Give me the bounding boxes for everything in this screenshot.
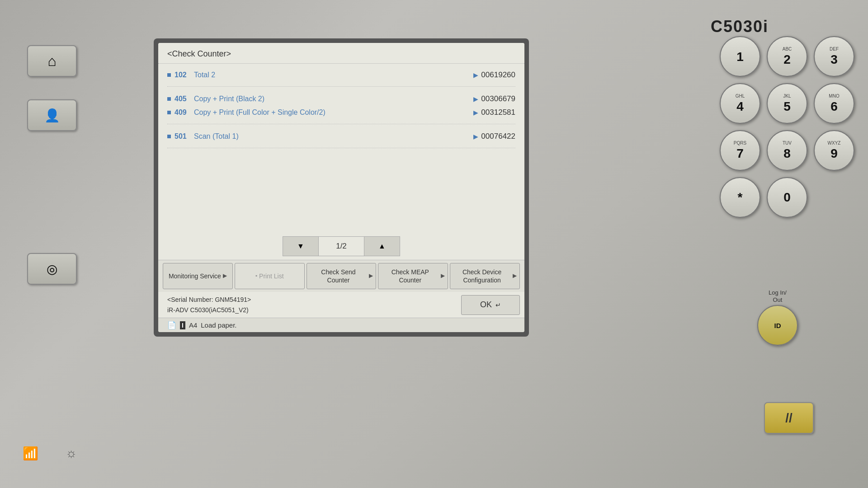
key-7-number: 7	[736, 146, 744, 161]
lcd-screen: <Check Counter> 102 Total 2 ▶ 00619260	[158, 43, 524, 332]
monitoring-service-button[interactable]: Monitoring Service ▶	[163, 263, 233, 289]
scan-button[interactable]: ◎	[27, 253, 77, 285]
paper-size: A4	[189, 321, 197, 329]
user-button[interactable]: 👤	[27, 99, 77, 131]
bullet	[167, 73, 171, 77]
serial-section: <Serial Number: GNM54191> iR-ADV C5030(i…	[158, 292, 457, 318]
model-info: iR-ADV C5030(iAC5051_V2)	[167, 305, 448, 315]
counter-label-501: Scan (Total 1)	[194, 132, 239, 141]
counter-group-copy-print: 405 Copy + Print (Black 2) ▶ 00306679 40…	[167, 92, 515, 124]
key-5[interactable]: JKL 5	[767, 83, 807, 124]
status-indicator: I	[180, 321, 185, 329]
counter-value-501: 00076422	[481, 132, 515, 141]
counter-value-405: 00306679	[481, 94, 515, 103]
key-3[interactable]: DEF 3	[814, 36, 854, 77]
login-area: Log In/Out ID	[757, 289, 798, 346]
counter-group-scan: 501 Scan (Total 1) ▶ 00076422	[167, 130, 515, 148]
slash-icon: //	[785, 411, 793, 425]
arrow-405: ▶	[473, 95, 478, 103]
home-icon: ⌂	[47, 53, 56, 70]
slash-button[interactable]: //	[764, 402, 814, 434]
key-4[interactable]: GHL 4	[720, 83, 760, 124]
scan-icon: ◎	[47, 262, 57, 277]
counter-group-total: 102 Total 2 ▶ 00619260	[167, 68, 515, 87]
screen-title: <Check Counter>	[158, 43, 524, 64]
arrow-409: ▶	[473, 109, 478, 116]
page-display: 1/2	[319, 236, 364, 256]
key-7[interactable]: PQRS 7	[720, 130, 760, 171]
key-9[interactable]: WXYZ 9	[814, 130, 854, 171]
bottom-buttons: Monitoring Service ▶ ▪ Print List Check …	[158, 260, 524, 292]
arrow-icon: ▶	[223, 272, 227, 280]
key-6-letters: MNO	[829, 94, 839, 99]
id-label: ID	[774, 322, 781, 329]
check-device-config-button[interactable]: Check Device Configuration ▶	[450, 263, 520, 289]
arrow-102: ▶	[473, 71, 478, 79]
key-9-letters: WXYZ	[828, 141, 841, 145]
key-8-letters: TUV	[783, 141, 792, 145]
key-2[interactable]: ABC 2	[767, 36, 807, 77]
status-message: Load paper.	[201, 321, 236, 329]
key-star-symbol: *	[738, 190, 743, 205]
check-meap-counter-label: Check MEAP Counter	[381, 268, 439, 284]
counter-code-405: 405	[175, 95, 190, 103]
key-2-number: 2	[783, 52, 791, 67]
counter-value-102: 00619260	[481, 70, 515, 80]
counter-row-405: 405 Copy + Print (Black 2) ▶ 00306679	[167, 92, 515, 106]
key-5-number: 5	[783, 99, 791, 114]
serial-ok-row: <Serial Number: GNM54191> iR-ADV C5030(i…	[158, 292, 524, 318]
counter-row-409: 409 Copy + Print (Full Color + Single Co…	[167, 106, 515, 119]
home-button[interactable]: ⌂	[27, 45, 77, 77]
status-bar: 📄 I A4 Load paper.	[158, 318, 524, 332]
arrow-501: ▶	[473, 133, 478, 140]
screen-bezel: <Check Counter> 102 Total 2 ▶ 00619260	[154, 38, 529, 337]
chevron-down-icon: ▼	[297, 242, 304, 250]
key-1[interactable]: 1	[720, 36, 760, 77]
counter-row-501: 501 Scan (Total 1) ▶ 00076422	[167, 130, 515, 143]
model-label: C5030i	[711, 17, 769, 36]
key-7-letters: PQRS	[734, 141, 746, 145]
ok-icon: ↵	[495, 301, 501, 309]
serial-number: <Serial Number: GNM54191>	[167, 295, 448, 305]
bottom-icons: 📶 ☼	[23, 446, 77, 461]
bullet	[167, 111, 171, 114]
ok-button[interactable]: OK ↵	[461, 295, 520, 315]
left-panel: ⌂ 👤	[27, 45, 77, 131]
arrow-icon: ▶	[369, 272, 373, 280]
check-device-config-label: Check Device Configuration	[453, 268, 511, 284]
key-6-number: 6	[830, 99, 838, 114]
page-prev-button[interactable]: ▼	[283, 236, 319, 256]
key-5-letters: JKL	[783, 94, 791, 99]
key-6[interactable]: MNO 6	[814, 83, 854, 124]
key-star[interactable]: *	[720, 177, 760, 218]
paper-icon: 📄	[167, 321, 176, 329]
counter-area: 102 Total 2 ▶ 00619260 405 Copy + Print …	[158, 64, 524, 233]
monitoring-service-label: Monitoring Service	[169, 272, 221, 280]
key-0[interactable]: 0	[767, 177, 807, 218]
check-send-counter-button[interactable]: Check Send Counter ▶	[307, 263, 377, 289]
pagination-area: ▼ 1/2 ▲	[158, 233, 524, 260]
ok-section: OK ↵	[457, 292, 524, 318]
brightness-icon: ☼	[66, 446, 77, 461]
arrow-icon: ▶	[513, 272, 517, 280]
counter-code-409: 409	[175, 108, 190, 117]
counter-label-102: Total 2	[194, 71, 215, 79]
login-label: Log In/Out	[769, 289, 787, 303]
key-0-number: 0	[783, 190, 791, 205]
key-8[interactable]: TUV 8	[767, 130, 807, 171]
key-9-number: 9	[830, 146, 838, 161]
bullet	[167, 97, 171, 101]
key-4-letters: GHL	[736, 94, 745, 99]
key-8-number: 8	[783, 146, 791, 161]
print-list-icon: ▪	[255, 272, 257, 280]
counter-code-102: 102	[175, 71, 190, 79]
login-id-button[interactable]: ID	[757, 305, 798, 346]
wifi-icon: 📶	[23, 446, 38, 461]
key-4-number: 4	[736, 99, 744, 114]
bullet	[167, 135, 171, 138]
ok-label: OK	[480, 300, 492, 310]
print-list-label: Print List	[259, 272, 283, 280]
user-icon: 👤	[44, 108, 60, 123]
check-meap-counter-button[interactable]: Check MEAP Counter ▶	[378, 263, 448, 289]
page-next-button[interactable]: ▲	[364, 236, 400, 256]
